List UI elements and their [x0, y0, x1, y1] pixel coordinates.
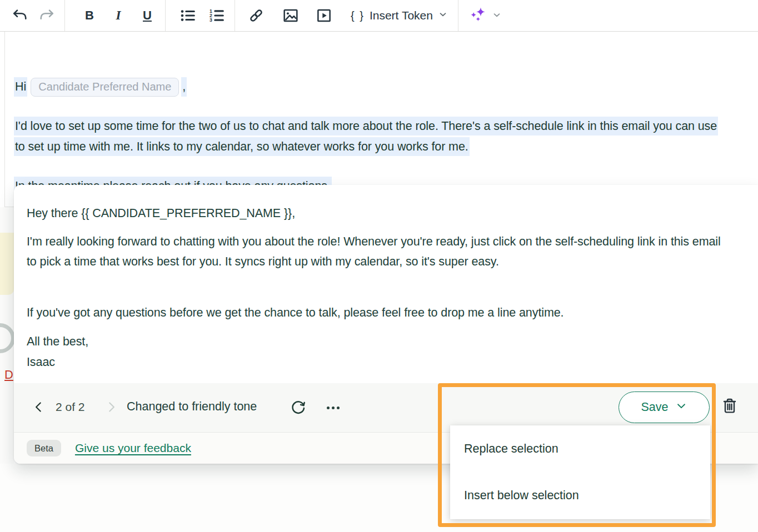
token-braces-icon: { } [351, 9, 365, 22]
bold-icon: B [85, 8, 94, 23]
underline-button[interactable]: U [134, 3, 161, 28]
toolbar-separator [235, 0, 235, 31]
suggestion-footer-bar: 2 of 2 Changed to friendly tone Save [14, 383, 758, 432]
numbered-list-button[interactable]: 123 [203, 3, 230, 28]
insert-token-label: Insert Token [370, 9, 433, 22]
chevron-down-icon [675, 400, 687, 415]
suggestion-status-label: Changed to friendly tone [127, 400, 257, 414]
numbered-list-icon: 123 [208, 7, 225, 24]
selected-text: I'd love to set up some time for the two… [14, 117, 718, 156]
candidate-preferred-name-token[interactable]: Candidate Preferred Name [31, 78, 179, 97]
chevron-down-icon [438, 9, 448, 22]
suggestion-signature: Isaac [27, 352, 728, 372]
regenerate-button[interactable] [288, 398, 308, 418]
save-button-label: Save [641, 400, 668, 414]
email-editor-screen: B I U 123 { } Insert Token [0, 0, 758, 532]
save-dropdown-button[interactable]: Save [619, 392, 710, 423]
previous-suggestion-button[interactable] [31, 399, 47, 416]
toolbar-separator [64, 0, 65, 31]
feedback-link[interactable]: Give us your feedback [75, 441, 191, 455]
email-greeting-suffix: , [181, 77, 187, 97]
email-greeting-prefix: Hi [14, 77, 27, 97]
editor-toolbar: B I U 123 { } Insert Token [0, 0, 758, 32]
redo-icon [38, 7, 55, 24]
sparkles-icon [468, 6, 487, 26]
italic-button[interactable]: I [105, 3, 132, 28]
menu-item-replace-selection[interactable]: Replace selection [450, 425, 710, 473]
italic-icon: I [116, 8, 121, 23]
next-suggestion-button[interactable] [103, 399, 119, 416]
image-icon [282, 7, 300, 24]
email-body-editor[interactable]: HiCandidate Preferred Name, I'd love to … [0, 32, 758, 207]
editor-left-border [4, 32, 5, 207]
bold-button[interactable]: B [76, 3, 103, 28]
insert-token-dropdown[interactable]: { } Insert Token [345, 3, 453, 28]
menu-item-insert-below-selection[interactable]: Insert below selection [450, 473, 710, 520]
toolbar-separator [458, 0, 458, 31]
red-link-fragment[interactable]: D [4, 368, 13, 382]
suggestion-closing: All the best, [27, 332, 728, 352]
bullet-list-icon [179, 7, 196, 24]
more-options-button[interactable] [321, 398, 345, 418]
undo-icon [12, 7, 28, 24]
svg-text:3: 3 [210, 17, 212, 23]
trash-icon [721, 396, 739, 418]
suggestion-paragraph: I'm really looking forward to chatting w… [27, 232, 728, 272]
regenerate-icon [290, 399, 307, 417]
save-options-menu: Replace selection Insert below selection [450, 425, 710, 519]
ellipsis-icon [327, 406, 340, 409]
bullet-list-button[interactable] [174, 3, 201, 28]
undo-button[interactable] [7, 3, 33, 28]
insert-video-button[interactable] [311, 3, 337, 28]
video-icon [315, 7, 333, 24]
ai-suggestion-panel: Hey there {{ CANDIDATE_PREFERRED_NAME }}… [14, 185, 758, 464]
chevron-right-icon [104, 400, 118, 416]
email-paragraph: I'd love to set up some time for the two… [14, 116, 728, 157]
underline-icon: U [143, 8, 152, 23]
discard-suggestion-button[interactable] [720, 394, 740, 419]
beta-badge: Beta [27, 440, 61, 456]
link-icon [248, 7, 265, 24]
redo-button[interactable] [33, 3, 60, 28]
suggestion-paragraph: If you've got any questions before we ge… [27, 303, 728, 323]
sticky-note-fragment [0, 233, 14, 295]
toolbar-separator [165, 0, 166, 31]
chevron-down-icon [492, 10, 502, 22]
chevron-left-icon [32, 400, 46, 416]
suggestion-greeting: Hey there {{ CANDIDATE_PREFERRED_NAME }}… [27, 203, 728, 223]
insert-image-button[interactable] [277, 3, 304, 28]
ai-assist-dropdown[interactable] [463, 3, 507, 28]
pagination-label: 2 of 2 [56, 400, 85, 414]
link-button[interactable] [243, 3, 270, 28]
email-greeting-line: HiCandidate Preferred Name, [14, 77, 187, 97]
